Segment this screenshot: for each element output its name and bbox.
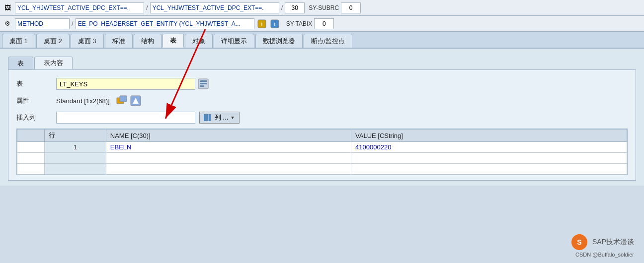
table-label: 表 [16, 79, 56, 88]
attr-value: Standard [1x2(68)] [56, 97, 110, 105]
attr-label: 属性 [16, 96, 56, 105]
toolbar1-value1[interactable] [341, 2, 361, 13]
watermark-line2: CSDN @Buffalo_soldier [575, 252, 634, 258]
tab-desktop3[interactable]: 桌面 3 [71, 34, 104, 48]
toolbar2-value1[interactable] [314, 18, 334, 29]
insert-label: 插入列 [16, 113, 56, 122]
col-name-header: NAME [C(30)] [106, 130, 351, 142]
toolbar1-field1[interactable] [15, 2, 144, 13]
col-button[interactable]: 列 ... [199, 112, 240, 124]
insert-input[interactable] [56, 112, 195, 124]
table-row-empty1 [17, 153, 627, 164]
svg-text:S: S [577, 238, 581, 246]
toolbar2-label1: SY-TABIX [286, 20, 313, 27]
toolbar1-sep1: / [146, 4, 148, 11]
attr-icon2[interactable] [130, 95, 142, 107]
watermark-line1: SAP技术漫谈 [592, 238, 634, 246]
table-row: 1 EBELN 4100000220 [17, 142, 627, 153]
table-icon-btn[interactable] [197, 78, 209, 90]
settings-icon[interactable]: i [256, 18, 267, 29]
subtab-table-content[interactable]: 表内容 [34, 57, 73, 69]
tab-detail[interactable]: 详细显示 [214, 34, 254, 48]
tab-table[interactable]: 表 [162, 34, 184, 48]
svg-marker-15 [231, 117, 234, 119]
table-input[interactable] [56, 78, 195, 90]
col-button-label: 列 ... [215, 113, 228, 122]
svg-text:i: i [274, 21, 275, 27]
watermark: S SAP技术漫谈 CSDN @Buffalo_soldier [571, 234, 634, 258]
toolbar1-field2[interactable] [150, 2, 279, 13]
svg-rect-12 [204, 114, 206, 121]
tab-breakpoint[interactable]: 断点/监控点 [304, 34, 353, 48]
svg-rect-7 [200, 85, 204, 87]
svg-rect-5 [200, 80, 207, 82]
tab-desktop2[interactable]: 桌面 2 [36, 34, 70, 48]
program-icon[interactable]: 🖼 [2, 2, 13, 13]
sub-tab-bar: 表 表内容 [8, 54, 636, 69]
form-row-attr: 属性 Standard [1x2(68)] [16, 95, 628, 107]
subtab-table[interactable]: 表 [8, 57, 33, 69]
toolbar2-field2[interactable] [76, 18, 254, 29]
form-row-insert: 插入列 列 ... [16, 112, 628, 124]
svg-rect-14 [209, 114, 211, 121]
tab-databrowser[interactable]: 数据浏览器 [255, 34, 303, 48]
toolbar-row-1: 🖼 / / SY-SUBRC [0, 0, 644, 16]
tab-standard[interactable]: 标准 [105, 34, 133, 48]
svg-text:i: i [261, 21, 262, 27]
toolbar2-field1[interactable] [15, 18, 70, 29]
toolbar1-field3[interactable] [285, 2, 305, 13]
toolbar2-sep1: / [72, 20, 74, 27]
toolbar1-label1: SY-SUBRC [309, 4, 339, 11]
row-num-cell: 1 [45, 142, 106, 153]
row-name-cell[interactable]: EBELN [106, 142, 351, 153]
watermark-icon: S [571, 234, 587, 250]
method-icon[interactable]: ⚙ [2, 18, 13, 29]
main-content: 表 表内容 表 属性 Standard [1x2(68)] [0, 49, 644, 186]
info-icon[interactable]: i [269, 18, 280, 29]
data-table: 行 NAME [C(30)] VALUE [CString] 1 EBELN 4… [17, 129, 627, 175]
col-value-header: VALUE [CString] [351, 130, 627, 142]
toolbar1-sep2: / [281, 4, 283, 11]
svg-rect-6 [200, 83, 207, 84]
data-table-wrapper: 行 NAME [C(30)] VALUE [CString] 1 EBELN 4… [16, 129, 628, 175]
tab-structure[interactable]: 结构 [134, 34, 161, 48]
col-row-header: 行 [45, 130, 106, 142]
table-row-empty2 [17, 164, 627, 175]
svg-rect-13 [206, 114, 208, 121]
row-select-cell[interactable] [17, 142, 45, 153]
sub-content: 表 属性 Standard [1x2(68)] 插入列 [8, 69, 636, 181]
attr-icon1[interactable] [116, 95, 128, 107]
tab-object[interactable]: 对象 [185, 34, 213, 48]
toolbar-row-2: ⚙ / i i SY-TABIX [0, 16, 644, 32]
row-value-cell[interactable]: 4100000220 [351, 142, 627, 153]
form-row-table: 表 [16, 78, 628, 90]
svg-rect-9 [120, 96, 127, 102]
main-tab-bar: 桌面 1 桌面 2 桌面 3 标准 结构 表 对象 详细显示 数据浏览器 断点/… [0, 32, 644, 49]
col-select-header [17, 130, 45, 142]
tab-desktop1[interactable]: 桌面 1 [2, 34, 35, 48]
